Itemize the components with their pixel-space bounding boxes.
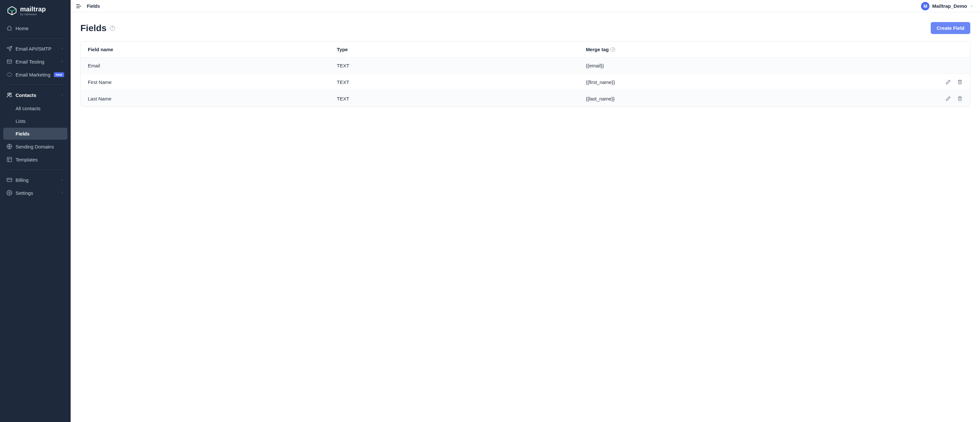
table-row: First NameTEXT{{first_name}} (81, 74, 970, 91)
sidebar-sub-all-contacts[interactable]: All contacts (3, 102, 67, 115)
gear-icon (6, 190, 12, 196)
cell-field-name: First Name (81, 74, 329, 91)
avatar: M (921, 2, 929, 10)
cell-merge-tag: {{last_name}} (579, 91, 881, 107)
content: Fields ? Create Field Field name Type Me… (71, 12, 980, 117)
sidebar-item-email-marketing[interactable]: Email Marketing new (3, 68, 67, 81)
send-icon (6, 46, 12, 51)
topbar: Fields M Mailtrap_Demo (71, 0, 980, 12)
sidebar-item-label: Billing (16, 177, 57, 183)
chevron-right-icon (60, 47, 64, 51)
column-header-name: Field name (88, 47, 113, 52)
new-badge: new (54, 72, 64, 77)
column-header-merge-tag: Merge tag (586, 47, 609, 52)
edit-button[interactable] (945, 79, 951, 85)
sidebar-item-label: Lists (16, 118, 25, 124)
page-title: Fields (80, 23, 107, 33)
cell-field-type: TEXT (329, 91, 579, 107)
sidebar: mailtrap by railsware Home Email API/SMT… (0, 0, 71, 422)
contacts-submenu: All contacts Lists Fields (3, 102, 67, 140)
sidebar-item-email-api[interactable]: Email API/SMTP (3, 43, 67, 55)
cell-actions (881, 74, 970, 91)
cell-field-type: TEXT (329, 58, 579, 74)
sidebar-item-label: Sending Domains (16, 144, 64, 150)
content-header: Fields ? Create Field (80, 22, 970, 34)
column-header-type: Type (337, 47, 348, 52)
sidebar-item-label: Templates (16, 157, 64, 162)
chevron-down-icon (970, 4, 974, 8)
brand-byline: by railsware (20, 13, 46, 16)
sidebar-item-label: Settings (16, 190, 57, 196)
primary-nav: Home Email API/SMTP Email Testing (0, 20, 71, 201)
sidebar-item-label: Home (16, 25, 64, 31)
cell-field-name: Last Name (81, 91, 329, 107)
sidebar-item-label: Contacts (16, 92, 57, 98)
user-menu[interactable]: M Mailtrap_Demo (919, 1, 975, 12)
sidebar-item-email-testing[interactable]: Email Testing (3, 56, 67, 68)
svg-rect-5 (7, 178, 12, 182)
sidebar-item-label: All contacts (16, 106, 40, 111)
chevron-right-icon (60, 191, 64, 195)
delete-button[interactable] (957, 96, 963, 102)
nav-divider (6, 84, 65, 85)
svg-point-6 (9, 192, 10, 194)
table-row: EmailTEXT{{email}} (81, 58, 970, 74)
svg-rect-4 (7, 157, 12, 162)
contacts-icon (6, 92, 12, 98)
sidebar-item-settings[interactable]: Settings (3, 187, 67, 199)
sidebar-item-billing[interactable]: Billing (3, 174, 67, 186)
breadcrumb: Fields (87, 3, 100, 9)
logo[interactable]: mailtrap by railsware (0, 0, 71, 20)
sidebar-item-label: Email Marketing (16, 72, 51, 78)
sidebar-item-sending-domains[interactable]: Sending Domains (3, 140, 67, 153)
sidebar-item-templates[interactable]: Templates (3, 153, 67, 166)
cell-field-type: TEXT (329, 74, 579, 91)
user-name: Mailtrap_Demo (932, 3, 967, 9)
chevron-right-icon (60, 178, 64, 182)
sparkle-icon (6, 72, 12, 78)
chevron-down-icon (60, 93, 64, 97)
page-title-wrap: Fields ? (80, 23, 115, 33)
home-icon (6, 25, 12, 31)
billing-icon (6, 177, 12, 183)
sidebar-item-contacts[interactable]: Contacts (3, 89, 67, 101)
svg-point-2 (10, 93, 12, 95)
delete-button[interactable] (957, 79, 963, 85)
brand-icon (6, 5, 18, 16)
chevron-right-icon (60, 60, 64, 64)
sidebar-toggle-button[interactable] (75, 3, 82, 10)
globe-icon (6, 143, 12, 150)
cell-actions (881, 58, 970, 74)
mail-check-icon (6, 59, 12, 65)
help-icon[interactable]: ? (611, 47, 615, 52)
nav-divider (6, 169, 65, 170)
cell-field-name: Email (81, 58, 329, 74)
sidebar-item-label: Fields (16, 131, 30, 137)
fields-table: Field name Type Merge tag ? EmailTEXT{{e… (80, 41, 970, 107)
cell-merge-tag: {{first_name}} (579, 74, 881, 91)
svg-point-1 (8, 93, 10, 95)
edit-button[interactable] (945, 96, 951, 102)
sidebar-item-label: Email Testing (16, 59, 57, 65)
sidebar-sub-lists[interactable]: Lists (3, 115, 67, 127)
table-row: Last NameTEXT{{last_name}} (81, 91, 970, 107)
cell-actions (881, 91, 970, 107)
main: Fields M Mailtrap_Demo Fields ? Create F… (71, 0, 980, 422)
cell-merge-tag: {{email}} (579, 58, 881, 74)
sidebar-item-home[interactable]: Home (3, 22, 67, 34)
sidebar-sub-fields[interactable]: Fields (3, 128, 67, 140)
create-field-button[interactable]: Create Field (931, 22, 970, 34)
template-icon (6, 156, 12, 162)
brand-name: mailtrap (20, 6, 46, 12)
help-icon[interactable]: ? (110, 25, 115, 31)
sidebar-item-label: Email API/SMTP (16, 46, 57, 51)
